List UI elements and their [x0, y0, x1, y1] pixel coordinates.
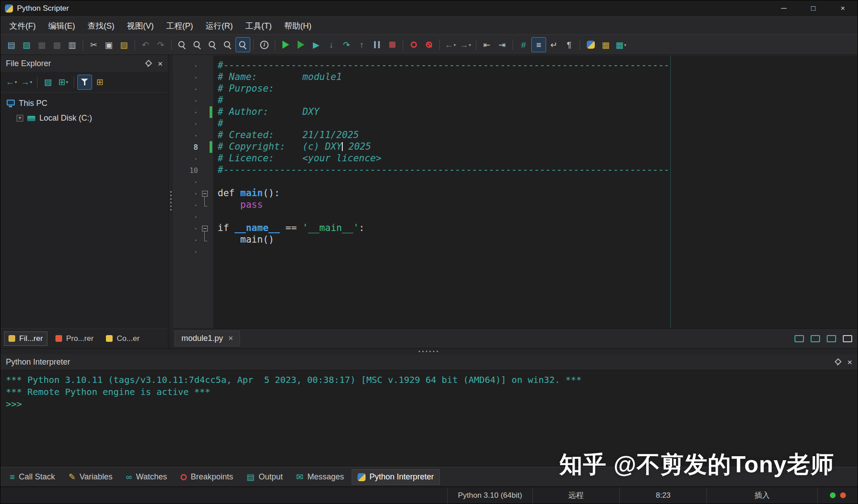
find-selection-button[interactable]	[236, 37, 250, 52]
code-line[interactable]: main()	[218, 234, 858, 246]
find-button[interactable]	[175, 37, 189, 52]
code-line[interactable]: #	[218, 118, 858, 130]
dropdown-caret-icon[interactable]: ▾	[66, 80, 68, 84]
maximize-editor-button[interactable]	[843, 335, 852, 342]
open-in-new-window-button[interactable]	[811, 335, 820, 342]
tab-file-explorer[interactable]: Fil...rer	[4, 332, 47, 346]
pause-button[interactable]	[370, 37, 384, 52]
tab-messages[interactable]: ✉Messages	[290, 469, 350, 485]
special-characters-button[interactable]: ¶	[562, 37, 576, 52]
code-line[interactable]: # Author: DXY	[218, 106, 858, 118]
new-file-button[interactable]: ▤	[4, 37, 19, 52]
tab-watches[interactable]: ∞Watches	[120, 469, 173, 485]
tab-output[interactable]: ▤Output	[241, 469, 289, 485]
view-style-button[interactable]: ⊞▾	[56, 75, 71, 90]
run-button[interactable]	[278, 37, 293, 52]
expand-icon[interactable]: +	[17, 115, 23, 122]
save-all-button[interactable]: ▩	[50, 37, 64, 52]
code-line[interactable]: # Created: 21/11/2025	[218, 130, 858, 141]
close-panel-button[interactable]: ×	[847, 358, 852, 366]
explorer-back-button[interactable]: ←▾	[4, 75, 19, 90]
open-folder-button[interactable]: ▨	[41, 75, 55, 90]
restore-button[interactable]: □	[799, 0, 828, 17]
code-line[interactable]	[218, 176, 858, 188]
code-line[interactable]: # Purpose:	[218, 83, 858, 95]
copy-button[interactable]: ▣	[101, 37, 116, 52]
fold-marker-icon[interactable]	[202, 191, 208, 197]
code-line[interactable]	[218, 246, 858, 257]
undo-button[interactable]: ↶	[138, 37, 153, 52]
clear-breakpoints-button[interactable]	[421, 37, 436, 52]
code-line[interactable]: #	[218, 95, 858, 106]
menu-item-5[interactable]: 运行(R)	[199, 17, 239, 34]
code-line[interactable]: #---------------------------------------…	[218, 164, 858, 176]
stop-button[interactable]	[385, 37, 400, 52]
menu-item-6[interactable]: 工具(T)	[239, 17, 278, 34]
toggle-breakpoint-button[interactable]	[406, 37, 421, 52]
pin-panel-button[interactable]	[145, 60, 151, 67]
file-filter-button[interactable]	[77, 75, 92, 90]
close-tab-icon[interactable]: ×	[228, 334, 233, 343]
pin-panel-button[interactable]	[835, 359, 841, 365]
layouts-button[interactable]: ▦▾	[614, 37, 628, 52]
code-line[interactable]: #---------------------------------------…	[218, 60, 858, 71]
menu-item-1[interactable]: 编辑(E)	[42, 17, 81, 34]
debug-button[interactable]	[294, 37, 308, 52]
code-area[interactable]: #---------------------------------------…	[213, 55, 858, 328]
tab-python-interpreter[interactable]: Python Interpreter	[352, 469, 440, 485]
tab-breakpoints[interactable]: Breakpoints	[175, 469, 239, 485]
dropdown-caret-icon[interactable]: ▾	[624, 42, 626, 47]
toggle-gutter-button[interactable]: #	[516, 37, 531, 52]
tab-call-stack[interactable]: ≡Call Stack	[4, 469, 61, 485]
code-line[interactable]: def main():	[218, 188, 858, 199]
python-engine-button[interactable]	[583, 37, 598, 52]
step-over-button[interactable]: ↷	[339, 37, 354, 52]
print-button[interactable]: ▥	[65, 37, 80, 52]
code-line[interactable]: if __name__ == '__main__':	[218, 223, 858, 234]
step-into-button[interactable]: ↓	[324, 37, 339, 52]
cut-button[interactable]: ✂	[86, 37, 101, 52]
menu-item-0[interactable]: 文件(F)	[3, 17, 42, 34]
code-line[interactable]: # Name: module1	[218, 71, 858, 83]
tab-project-explorer[interactable]: Pro...rer	[51, 332, 98, 346]
code-line[interactable]: pass	[218, 199, 858, 211]
dropdown-caret-icon[interactable]: ▾	[454, 42, 456, 47]
close-button[interactable]: ×	[828, 0, 858, 17]
explorer-forward-button[interactable]: →▾	[19, 75, 34, 90]
code-editor[interactable]: ·······8·10······· #--------------------…	[173, 55, 858, 328]
dropdown-caret-icon[interactable]: ▾	[15, 80, 17, 84]
step-out-button[interactable]: ↑	[354, 37, 369, 52]
indent-block-button[interactable]: ⇥	[495, 37, 509, 52]
menu-item-2[interactable]: 查找(S)	[81, 17, 121, 34]
word-wrap-button[interactable]: ↵	[547, 37, 561, 52]
minimize-button[interactable]: ─	[769, 0, 799, 17]
file-information-button[interactable]: i	[257, 37, 272, 52]
run-to-cursor-button[interactable]: ▶	[309, 37, 324, 52]
find-next-button[interactable]	[220, 37, 235, 52]
code-line[interactable]: # Copyright: (c) DXY 2025	[218, 141, 858, 153]
horizontal-splitter[interactable]	[0, 348, 858, 354]
new-editor-tab-button[interactable]	[795, 335, 804, 342]
menu-item-3[interactable]: 视图(V)	[121, 17, 160, 34]
save-file-button[interactable]: ▦	[34, 37, 49, 52]
tab-variables[interactable]: ✎Variables	[63, 469, 118, 485]
redo-button[interactable]: ↷	[153, 37, 168, 52]
code-line[interactable]	[218, 211, 858, 223]
code-line[interactable]: # Licence: <your licence>	[218, 153, 858, 164]
dedent-block-button[interactable]: ⇤	[479, 37, 494, 52]
syntax-table-button[interactable]: ▦	[598, 37, 613, 52]
dropdown-caret-icon[interactable]: ▾	[30, 80, 32, 84]
paste-button[interactable]: ▧	[117, 37, 131, 52]
fold-marker-icon[interactable]	[202, 226, 208, 231]
tab-code-explorer[interactable]: Co...er	[101, 332, 144, 346]
new-folder-button[interactable]: ⊞	[93, 75, 107, 90]
move-to-other-view-button[interactable]	[827, 335, 836, 342]
menu-item-7[interactable]: 帮助(H)	[278, 17, 318, 34]
find-in-files-button[interactable]	[205, 37, 220, 52]
open-file-button[interactable]: ▨	[19, 37, 34, 52]
browse-back-button[interactable]: ←▾	[443, 37, 458, 52]
tab-module1-py[interactable]: module1.py ×	[175, 331, 240, 346]
close-panel-button[interactable]: ×	[158, 59, 163, 68]
dropdown-caret-icon[interactable]: ▾	[469, 42, 471, 47]
menu-item-4[interactable]: 工程(P)	[160, 17, 199, 34]
